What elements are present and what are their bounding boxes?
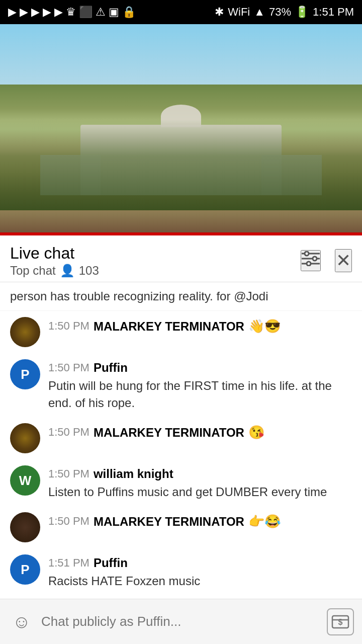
person-icon: 👤 <box>60 264 75 278</box>
superchat-button[interactable]: $ <box>327 608 354 635</box>
bluetooth-icon: ✱ <box>215 6 224 19</box>
battery-percent: 73% <box>269 6 291 19</box>
message-author: Puffin <box>94 359 128 376</box>
folder-icon: ⬛ <box>79 6 93 19</box>
signal-icon: ▲ <box>254 6 265 19</box>
live-chat-panel: Live chat Top chat 👤 103 ✕ <box>0 235 362 644</box>
message-emoji: 😘 <box>248 423 264 441</box>
message-content: 1:50 PM MALARKEY TERMINATOR 👋😎 <box>48 317 352 335</box>
message-meta: 1:51 PM Puffin <box>48 554 352 572</box>
message-author: MALARKEY TERMINATOR <box>94 318 244 335</box>
app-icon-1: ▶ <box>8 6 17 19</box>
status-bar: ▶ ▶ ▶ ▶ ▶ ♛ ⬛ ⚠ ▣ 🔒 ✱ WiFi ▲ 73% 🔋 1:51 … <box>0 0 362 24</box>
list-item: 1:50 PM MALARKEY TERMINATOR 👋😎 <box>0 311 362 353</box>
wifi-icon: WiFi <box>228 6 250 19</box>
message-author: Puffin <box>94 554 128 572</box>
message-meta: 1:50 PM william knight <box>48 465 352 482</box>
close-button[interactable]: ✕ <box>335 249 352 272</box>
message-time: 1:50 PM <box>48 514 89 529</box>
message-time: 1:51 PM <box>48 555 89 571</box>
message-text: Putin will be hung for the FIRST time in… <box>48 377 352 411</box>
partial-message-text: person has trouble recognizing reality. … <box>10 289 268 303</box>
message-content: 1:51 PM Puffin Racists HATE Foxzen music <box>48 554 352 589</box>
list-item: 1:50 PM MALARKEY TERMINATOR 👉😂 <box>0 506 362 548</box>
emoji-button[interactable]: ☺ <box>8 608 35 635</box>
sky-background <box>0 24 362 85</box>
message-author: william knight <box>94 465 173 482</box>
message-meta: 1:50 PM MALARKEY TERMINATOR 👉😂 <box>48 512 352 530</box>
chat-header-right: ✕ <box>301 249 352 272</box>
message-emoji: 👉😂 <box>248 512 281 530</box>
list-item: W 1:50 PM william knight Listen to Puffi… <box>0 459 362 506</box>
live-chat-title: Live chat <box>10 244 99 263</box>
chat-header-left: Live chat Top chat 👤 103 <box>10 244 99 278</box>
viewer-count: 103 <box>79 264 99 278</box>
message-text: Racists HATE Foxzen music <box>48 573 352 590</box>
list-item: P 1:51 PM Puffin Racists HATE Foxzen mus… <box>0 548 362 595</box>
messages-container: person has trouble recognizing reality. … <box>0 282 362 644</box>
message-content: 1:50 PM william knight Listen to Puffins… <box>48 465 352 500</box>
time-display: 1:51 PM <box>313 6 354 19</box>
avatar <box>10 317 40 347</box>
message-meta: 1:50 PM Puffin <box>48 359 352 376</box>
gallery-icon: ▣ <box>109 6 119 19</box>
chat-header: Live chat Top chat 👤 103 ✕ <box>0 235 362 282</box>
status-icons: ▶ ▶ ▶ ▶ ▶ ♛ ⬛ ⚠ ▣ 🔒 <box>8 6 136 19</box>
partial-message: person has trouble recognizing reality. … <box>0 282 362 311</box>
message-text: Listen to Puffins music and get DUMBER e… <box>48 484 352 501</box>
top-chat-label[interactable]: Top chat <box>10 264 56 278</box>
svg-text:$: $ <box>338 618 343 626</box>
svg-point-5 <box>307 262 311 266</box>
message-content: 1:50 PM MALARKEY TERMINATOR 👉😂 <box>48 512 352 530</box>
battery-icon: 🔋 <box>295 6 309 19</box>
app-icon-3: ▶ <box>31 6 40 19</box>
video-player[interactable] <box>0 24 362 235</box>
message-time: 1:50 PM <box>48 360 89 376</box>
avatar <box>10 423 40 453</box>
message-content: 1:50 PM MALARKEY TERMINATOR 😘 <box>48 423 352 441</box>
message-meta: 1:50 PM MALARKEY TERMINATOR 😘 <box>48 423 352 441</box>
warning-icon: ⚠ <box>96 6 106 19</box>
app-icon-5: ▶ <box>54 6 63 19</box>
chat-subtitle: Top chat 👤 103 <box>10 264 99 278</box>
message-emoji: 👋😎 <box>248 317 281 335</box>
message-meta: 1:50 PM MALARKEY TERMINATOR 👋😎 <box>48 317 352 335</box>
status-indicators: ✱ WiFi ▲ 73% 🔋 1:51 PM <box>215 6 354 19</box>
svg-point-4 <box>313 257 317 261</box>
avatar: P <box>10 359 40 389</box>
avatar: P <box>10 554 40 585</box>
avatar <box>10 512 40 542</box>
message-time: 1:50 PM <box>48 425 89 440</box>
message-author: MALARKEY TERMINATOR <box>94 513 244 530</box>
crown-icon: ♛ <box>66 6 76 19</box>
chat-input-bar: ☺ $ <box>0 599 362 644</box>
avatar-label: P <box>21 562 29 578</box>
avatar: W <box>10 465 40 496</box>
app-icon-2: ▶ <box>20 6 28 19</box>
message-time: 1:50 PM <box>48 466 89 482</box>
list-item: 1:50 PM MALARKEY TERMINATOR 😘 <box>0 417 362 459</box>
message-time: 1:50 PM <box>48 318 89 334</box>
svg-point-3 <box>305 252 309 256</box>
avatar-label: W <box>19 473 32 489</box>
message-content: 1:50 PM Puffin Putin will be hung for th… <box>48 359 352 411</box>
trees-foreground <box>0 120 362 210</box>
avatar-label: P <box>21 367 29 382</box>
app-icon-4: ▶ <box>43 6 51 19</box>
list-item: P 1:50 PM Puffin Putin will be hung for … <box>0 353 362 417</box>
chat-text-input[interactable] <box>41 608 321 635</box>
lock-icon: 🔒 <box>122 6 136 19</box>
filter-button[interactable] <box>301 250 321 271</box>
message-author: MALARKEY TERMINATOR <box>94 424 244 441</box>
emoji-face-icon: ☺ <box>13 611 31 632</box>
